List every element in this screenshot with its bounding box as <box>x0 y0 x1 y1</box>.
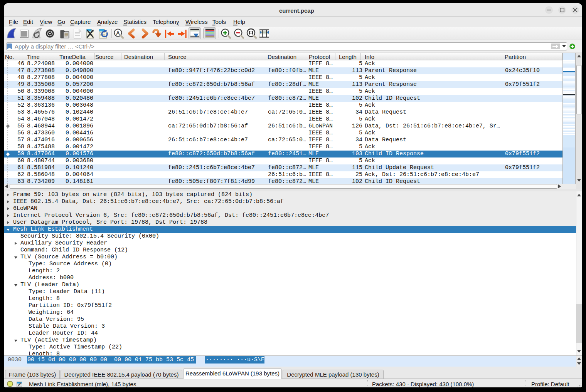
svg-text:A: A <box>116 30 120 36</box>
